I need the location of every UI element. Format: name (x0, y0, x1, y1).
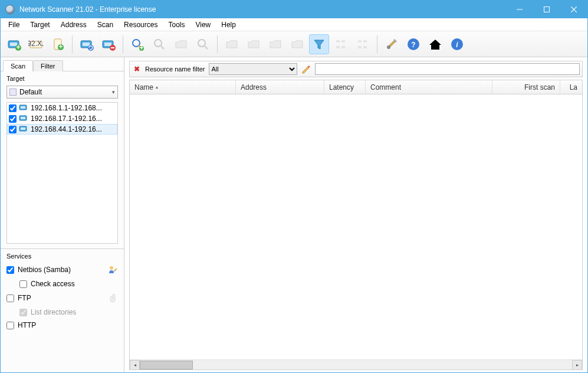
svg-rect-29 (336, 46, 340, 48)
menu-resources[interactable]: Resources (119, 19, 163, 30)
filter-bar: ✖ Resource name filter All (129, 61, 583, 77)
folder-2-button[interactable] (244, 34, 264, 54)
add-host-button[interactable]: + (4, 34, 24, 54)
filter-dropdown[interactable]: All (209, 63, 297, 75)
minimize-button[interactable] (506, 1, 533, 18)
services-section-label: Services (1, 249, 124, 262)
service-http-row: HTTP (1, 319, 124, 332)
grid-header: Name▴ Address Latency Comment First scan… (130, 80, 582, 94)
edit-filter-icon[interactable] (301, 64, 311, 74)
app-icon (5, 5, 15, 14)
chevron-down-icon: ▾ (112, 89, 115, 95)
filter-funnel-button[interactable] (309, 34, 329, 54)
list-directories-checkbox (19, 309, 27, 316)
filter-search-input[interactable] (315, 63, 580, 75)
column-latency[interactable]: Latency (324, 80, 366, 94)
user-icon[interactable] (107, 264, 118, 275)
tab-filter[interactable]: Filter (33, 60, 63, 71)
svg-rect-30 (341, 46, 345, 48)
target-list: 192.168.1.1-192.168... 192.168.17.1-192.… (6, 102, 118, 244)
search-2-button[interactable] (193, 34, 213, 54)
help-button[interactable]: ? (403, 34, 423, 54)
scroll-left-button[interactable]: ◂ (130, 360, 140, 370)
svg-text:+: + (139, 44, 143, 52)
column-last[interactable]: La (560, 80, 582, 94)
scroll-right-button[interactable]: ▸ (572, 360, 582, 370)
toolbar: + 192.X.X + + ? i (1, 31, 587, 57)
check-access-checkbox[interactable] (19, 280, 27, 288)
http-checkbox[interactable] (6, 322, 14, 329)
target-row[interactable]: 192.168.44.1-192.16... (7, 124, 117, 135)
folder-4-button[interactable] (287, 34, 307, 54)
horizontal-scrollbar[interactable]: ◂ ▸ (130, 359, 582, 369)
hand-icon[interactable] (107, 293, 118, 303)
import-button[interactable]: + (48, 34, 68, 54)
services-section: Services Netbios (Samba) Check access FT… (1, 248, 124, 338)
svg-rect-42 (21, 106, 25, 109)
tree-2-button[interactable] (353, 34, 373, 54)
target-range-label: 192.168.1.1-192.168... (31, 104, 102, 112)
svg-point-35 (387, 45, 390, 49)
column-name[interactable]: Name▴ (130, 80, 236, 94)
scroll-thumb[interactable] (140, 361, 193, 369)
target-row[interactable]: 192.168.17.1-192.16... (7, 113, 117, 124)
preset-icon (9, 89, 17, 96)
menu-view[interactable]: View (190, 19, 216, 30)
menu-target[interactable]: Target (25, 19, 55, 30)
check-access-label: Check access (31, 280, 75, 288)
column-comment[interactable]: Comment (366, 80, 492, 94)
settings-button[interactable] (382, 34, 402, 54)
svg-rect-32 (363, 40, 367, 42)
remove-host-button[interactable] (98, 34, 119, 54)
tree-1-button[interactable] (331, 34, 351, 54)
column-first-scan[interactable]: First scan (492, 80, 560, 94)
target-range-label: 192.168.44.1-192.16... (31, 125, 102, 133)
column-address[interactable]: Address (236, 80, 324, 94)
svg-rect-31 (358, 40, 362, 42)
svg-rect-28 (341, 40, 345, 42)
host-icon (19, 125, 28, 133)
menu-help[interactable]: Help (216, 19, 241, 30)
svg-rect-1 (544, 7, 550, 12)
service-netbios-row: Netbios (Samba) (1, 262, 124, 277)
folder-search-button[interactable] (171, 34, 191, 54)
folder-1-button[interactable] (222, 34, 242, 54)
ftp-checkbox[interactable] (6, 295, 14, 302)
target-row[interactable]: 192.168.1.1-192.168... (7, 103, 117, 113)
service-ftp-row: FTP (1, 290, 124, 306)
netbios-checkbox[interactable] (6, 266, 14, 274)
folder-3-button[interactable] (265, 34, 285, 54)
svg-rect-34 (363, 46, 367, 48)
menu-address[interactable]: Address (55, 19, 92, 30)
sort-asc-icon: ▴ (156, 84, 158, 90)
menu-scan[interactable]: Scan (92, 19, 119, 30)
results-grid: Name▴ Address Latency Comment First scan… (129, 80, 583, 370)
home-button[interactable] (425, 34, 445, 54)
tab-scan[interactable]: Scan (3, 60, 33, 71)
svg-text:+: + (16, 43, 20, 51)
target-section-label: Target (1, 71, 124, 84)
target-preset-value: Default (19, 88, 42, 96)
menu-bar: File Target Address Scan Resources Tools… (1, 18, 587, 31)
search-remove-button[interactable] (149, 34, 169, 54)
host-icon (19, 104, 28, 112)
menu-file[interactable]: File (3, 19, 25, 30)
target-preset-dropdown[interactable]: Default ▾ (6, 86, 118, 99)
info-button[interactable]: i (447, 34, 467, 54)
window-title: Network Scanner 21.02 - Enterprise licen… (19, 5, 506, 14)
ip-range-button[interactable]: 192.X.X (26, 34, 46, 54)
search-button[interactable]: + (127, 34, 147, 54)
svg-rect-13 (83, 42, 90, 46)
menu-tools[interactable]: Tools (163, 19, 190, 30)
close-button[interactable] (560, 1, 587, 18)
target-checkbox[interactable] (9, 104, 17, 112)
clear-filter-icon[interactable]: ✖ (132, 65, 142, 73)
target-checkbox[interactable] (9, 126, 17, 133)
refresh-host-button[interactable] (77, 34, 97, 54)
target-checkbox[interactable] (9, 115, 17, 123)
maximize-button[interactable] (533, 1, 560, 18)
svg-line-26 (204, 45, 208, 49)
svg-text:192.X.X: 192.X.X (28, 40, 44, 48)
filter-label: Resource name filter (145, 66, 205, 73)
title-bar: Network Scanner 21.02 - Enterprise licen… (1, 1, 587, 18)
